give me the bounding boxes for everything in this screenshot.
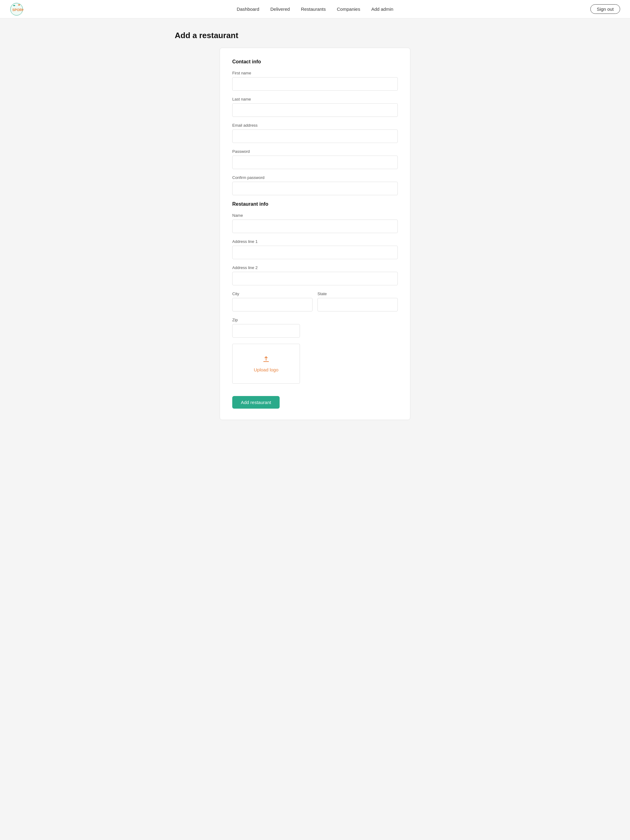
last-name-label: Last name: [232, 97, 398, 101]
sign-out-button[interactable]: Sign out: [590, 4, 620, 14]
add-restaurant-button[interactable]: Add restaurant: [232, 396, 280, 409]
page-title: Add a restaurant: [175, 31, 455, 40]
upload-logo-label: Upload logo: [254, 367, 279, 373]
nav-add-admin[interactable]: Add admin: [371, 6, 393, 12]
password-label: Password: [232, 149, 398, 154]
spork-logo-icon: SPORK: [10, 2, 24, 16]
address1-group: Address line 1: [232, 239, 398, 259]
state-group: State: [317, 292, 398, 311]
navbar: SPORK Dashboard Delivered Restaurants Co…: [0, 0, 630, 19]
nav-links: Dashboard Delivered Restaurants Companie…: [237, 6, 393, 12]
contact-section: Contact info First name Last name Email …: [232, 59, 398, 195]
restaurant-section-title: Restaurant info: [232, 201, 398, 207]
page-content: Add a restaurant Contact info First name…: [167, 19, 463, 432]
password-input[interactable]: [232, 156, 398, 169]
zip-input[interactable]: [232, 324, 300, 338]
restaurant-name-group: Name: [232, 213, 398, 233]
first-name-label: First name: [232, 71, 398, 75]
upload-logo-container: Upload logo: [232, 344, 398, 384]
confirm-password-label: Confirm password: [232, 175, 398, 180]
city-group: City: [232, 292, 313, 311]
first-name-input[interactable]: [232, 77, 398, 91]
upload-icon: [263, 355, 270, 365]
nav-restaurants[interactable]: Restaurants: [301, 6, 326, 12]
restaurant-name-input[interactable]: [232, 219, 398, 233]
navbar-right: Sign out: [590, 4, 620, 14]
email-input[interactable]: [232, 129, 398, 143]
address1-input[interactable]: [232, 246, 398, 259]
upload-logo-area[interactable]: Upload logo: [232, 344, 300, 384]
confirm-password-input[interactable]: [232, 182, 398, 195]
form-card: Contact info First name Last name Email …: [220, 47, 410, 420]
svg-text:SPORK: SPORK: [12, 8, 24, 12]
address2-label: Address line 2: [232, 265, 398, 270]
city-label: City: [232, 292, 313, 296]
city-state-row: City State: [232, 292, 398, 317]
nav-dashboard[interactable]: Dashboard: [237, 6, 259, 12]
zip-group: Zip: [232, 317, 300, 338]
address2-input[interactable]: [232, 272, 398, 285]
contact-section-title: Contact info: [232, 59, 398, 65]
first-name-group: First name: [232, 71, 398, 91]
email-label: Email address: [232, 123, 398, 128]
city-input[interactable]: [232, 298, 313, 311]
address2-group: Address line 2: [232, 265, 398, 285]
email-group: Email address: [232, 123, 398, 143]
nav-companies[interactable]: Companies: [337, 6, 360, 12]
logo: SPORK: [10, 2, 24, 16]
state-input[interactable]: [317, 298, 398, 311]
password-group: Password: [232, 149, 398, 169]
confirm-password-group: Confirm password: [232, 175, 398, 195]
restaurant-name-label: Name: [232, 213, 398, 218]
nav-delivered[interactable]: Delivered: [271, 6, 290, 12]
state-label: State: [317, 292, 398, 296]
zip-label: Zip: [232, 317, 300, 322]
last-name-input[interactable]: [232, 103, 398, 117]
restaurant-section: Restaurant info Name Address line 1 Addr…: [232, 201, 398, 409]
last-name-group: Last name: [232, 97, 398, 117]
address1-label: Address line 1: [232, 239, 398, 244]
